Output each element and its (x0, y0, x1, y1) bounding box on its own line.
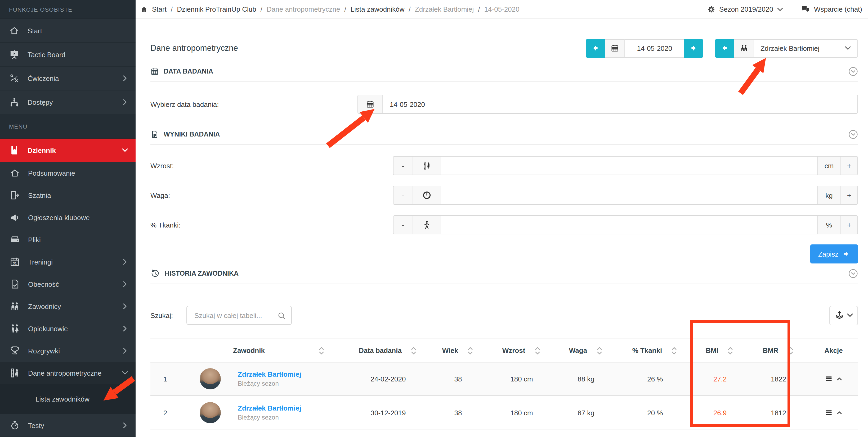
chevron-right-icon (122, 422, 128, 429)
player-select[interactable]: Zdrzałek Bartłomiej (754, 39, 858, 57)
player-name-link[interactable]: Zdrzałek Bartłomiej (238, 404, 301, 412)
wzrost-input[interactable] (441, 157, 817, 175)
sidebar-item-testy[interactable]: Testy (0, 414, 135, 437)
waga-plus-button[interactable]: + (840, 186, 858, 204)
collapse-section-button[interactable] (848, 67, 858, 76)
cell-age: 38 (427, 375, 489, 383)
breadcrumb-item[interactable]: Dane antropometryczne (267, 5, 340, 13)
tkanki-unit: % (817, 216, 840, 234)
sidebar-item-dane-antropometryczne[interactable]: Dane antropometryczne (0, 362, 135, 384)
row-actions-button[interactable] (809, 408, 858, 417)
waga-minus-button[interactable]: - (394, 186, 413, 204)
export-button[interactable] (829, 306, 858, 325)
sidebar-item-rozgrywki[interactable]: Rozgrywki (0, 340, 135, 362)
sidebar-item-label: Testy (28, 422, 44, 429)
sidebar-item-pliki[interactable]: Pliki (0, 229, 135, 251)
wzrost-minus-button[interactable]: - (394, 157, 413, 175)
tkanki-plus-button[interactable]: + (840, 216, 858, 234)
breadcrumb-item[interactable]: Start (152, 5, 166, 13)
hamburger-icon (825, 408, 833, 417)
player-prev-button[interactable] (715, 39, 734, 57)
column-header-tkanki[interactable]: % Tkanki (618, 346, 692, 355)
waga-input-group: - kg + (393, 186, 858, 205)
breadcrumb: Start / Dziennik ProTrainUp Club / Dane … (140, 5, 520, 13)
chevron-down-icon (122, 147, 128, 154)
calendar-icon-addon (605, 39, 625, 57)
sidebar-item-treningi[interactable]: Treningi (0, 251, 135, 273)
section-divider (150, 144, 858, 145)
sidebar-item-szatnia[interactable]: Szatnia (0, 184, 135, 206)
sidebar-subitem-lista-zawodnikow[interactable]: Lista zawodników (0, 384, 135, 414)
season-selector[interactable]: Sezon 2019/2020 (707, 5, 783, 13)
sidebar-item-ogloszenia-klubowe[interactable]: Ogłoszenia klubowe (0, 206, 135, 229)
breadcrumb-item[interactable]: Lista zawodników (350, 5, 405, 13)
sort-icon (533, 346, 541, 355)
save-button[interactable]: Zapisz (810, 244, 858, 264)
tkanki-label: % Tkanki: (150, 221, 393, 229)
guardians-icon (9, 323, 20, 334)
collapse-section-button[interactable] (848, 269, 858, 278)
harddrive-icon (9, 234, 20, 245)
sidebar-item-label: Start (28, 27, 42, 35)
breadcrumb-separator: / (409, 5, 411, 13)
breadcrumb-item: 14-05-2020 (484, 5, 520, 13)
row-actions-button[interactable] (809, 375, 858, 383)
support-chat-link[interactable]: Wsparcie (chat) (801, 4, 862, 14)
door-exit-icon (9, 190, 20, 201)
presentation-icon (9, 49, 20, 60)
row-index: 2 (150, 409, 180, 417)
chevron-right-icon (122, 281, 128, 287)
sidebar-item-opiekunowie[interactable]: Opiekunowie (0, 317, 135, 340)
waga-input[interactable] (441, 186, 817, 204)
sidebar-item-tactic-board[interactable]: Tactic Board (0, 43, 135, 67)
sidebar-item-label: Dane antropometryczne (28, 369, 102, 377)
section-divider (150, 81, 858, 82)
table-row: 2 Zdrzałek Bartłomiej Bieżący sezon 30-1… (150, 396, 858, 430)
breadcrumb-item[interactable]: Dziennik ProTrainUp Club (177, 5, 256, 13)
date-input[interactable] (383, 95, 858, 113)
cell-weight: 87 kg (554, 409, 618, 417)
content: Dane antropometryczne 14-05-2020 (135, 19, 868, 437)
player-cell: Zdrzałek Bartłomiej Bieżący sezon (180, 402, 349, 423)
wzrost-plus-button[interactable]: + (840, 157, 858, 175)
player-navigator: Zdrzałek Bartłomiej (715, 39, 858, 57)
tkanki-minus-button[interactable]: - (394, 216, 413, 234)
players-icon (740, 44, 748, 53)
breadcrumb-item[interactable]: Zdrzałek Bartłomiej (415, 5, 474, 13)
column-label: Zawodnik (233, 346, 265, 355)
sidebar-item-zawodnicy[interactable]: Zawodnicy (0, 295, 135, 317)
height-icon-addon (413, 157, 441, 175)
waga-unit: kg (817, 186, 840, 204)
player-name-link[interactable]: Zdrzałek Bartłomiej (238, 370, 301, 378)
sidebar-item-podsumowanie[interactable]: Podsumowanie (0, 162, 135, 184)
date-next-button[interactable] (684, 39, 703, 57)
column-header-wiek[interactable]: Wiek (427, 346, 489, 355)
column-header-waga[interactable]: Waga (554, 346, 618, 355)
breadcrumb-separator: / (171, 5, 173, 13)
search-icon (277, 311, 286, 321)
date-navigator-value[interactable]: 14-05-2020 (625, 39, 684, 57)
column-header-zawodnik[interactable]: Zawodnik (180, 346, 349, 355)
collapse-section-button[interactable] (848, 130, 858, 139)
players-icon (9, 301, 20, 312)
chevron-right-icon (122, 75, 128, 81)
sidebar-item-start[interactable]: Start (0, 19, 135, 43)
tkanki-input[interactable] (441, 216, 817, 234)
cell-bmi: 27.2 (692, 375, 748, 383)
sidebar-item-dziennik[interactable]: Dziennik (0, 139, 135, 162)
sidebar-item-obecnosc[interactable]: Obecność (0, 273, 135, 295)
book-icon (9, 145, 20, 156)
sidebar-item-dostepy[interactable]: Dostępy (0, 91, 135, 114)
column-header-bmi[interactable]: BMI (692, 346, 748, 355)
sidebar-item-cwiczenia[interactable]: Ćwiczenia (0, 67, 135, 91)
chevron-right-icon (122, 259, 128, 265)
sidebar-item-label: Pliki (28, 236, 41, 244)
date-prev-button[interactable] (586, 39, 605, 57)
column-header-bmr[interactable]: BMR (748, 346, 809, 355)
sort-icon (318, 346, 325, 355)
column-header-data-badania[interactable]: Data badania (349, 346, 427, 355)
column-header-wzrost[interactable]: Wzrost (489, 346, 554, 355)
sidebar-item-label: Ćwiczenia (28, 74, 59, 82)
search-input[interactable] (193, 311, 275, 320)
page-title: Dane antropometryczne (150, 43, 238, 53)
